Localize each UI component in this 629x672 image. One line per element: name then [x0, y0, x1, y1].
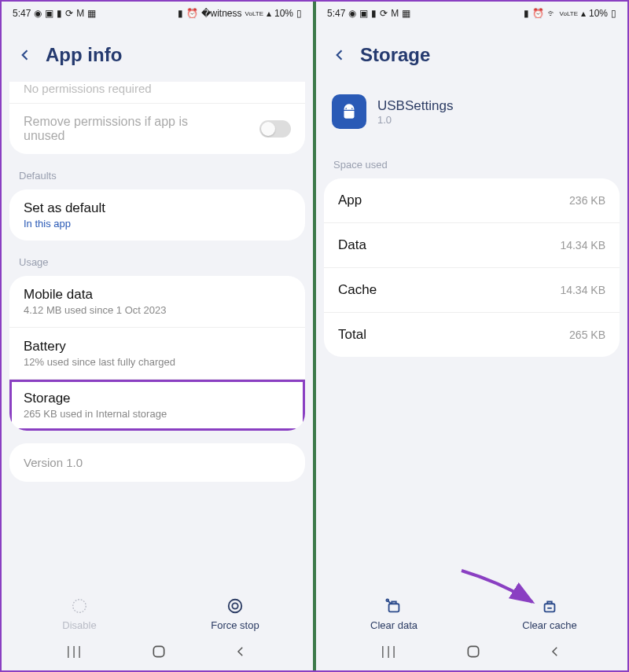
nav-bar: |||: [2, 637, 313, 670]
svg-rect-4: [389, 604, 399, 611]
app-name: USBSettings: [377, 98, 453, 114]
gallery-icon: ▦: [402, 8, 410, 19]
section-usage: Usage: [2, 253, 313, 276]
signal-icon: ▴: [581, 8, 586, 19]
app-row: USBSettings 1.0: [316, 82, 627, 137]
phone-left: 5:47 ◉ ▣ ▮ ⟳ M ▦ ▮ ⏰ �witness VoLTE ▴ 10…: [2, 2, 313, 670]
back-nav-icon[interactable]: [234, 644, 248, 659]
recents-icon[interactable]: |||: [67, 644, 83, 659]
version-card: Version 1.0: [9, 443, 305, 482]
nfc-icon: ▮: [178, 8, 183, 19]
svg-rect-7: [468, 646, 478, 656]
status-time: 5:47: [13, 8, 31, 19]
mobile-data-row[interactable]: Mobile data 4.12 MB used since 1 Oct 202…: [9, 276, 305, 328]
status-bar: 5:47 ◉ ▣ ▮ ⟳ M ▦ ▮ ⏰ ᯤ VoLTE ▴ 10% ▯: [316, 2, 627, 25]
svg-point-0: [73, 600, 86, 613]
back-nav-icon[interactable]: [548, 644, 562, 659]
clear-cache-button[interactable]: Clear cache: [472, 597, 627, 631]
battery-icon: ▯: [611, 8, 616, 19]
nav-bar: |||: [316, 637, 627, 670]
storage-data-row: Data 14.34 KB: [324, 223, 620, 268]
storage-row[interactable]: Storage 265 KB used in Internal storage: [9, 380, 305, 431]
svg-point-5: [386, 599, 388, 601]
storage-cache-row: Cache 14.34 KB: [324, 268, 620, 313]
svg-point-2: [232, 603, 237, 608]
volte-icon: VoLTE: [560, 10, 578, 17]
gallery-icon: ▦: [87, 8, 96, 19]
nfc-icon: ▮: [524, 8, 529, 19]
status-bar: 5:47 ◉ ▣ ▮ ⟳ M ▦ ▮ ⏰ �witness VoLTE ▴ 10…: [2, 2, 313, 25]
signal-icon: ▴: [267, 8, 271, 19]
back-icon[interactable]: [332, 47, 348, 63]
app-version: 1.0: [377, 114, 453, 126]
set-default-row[interactable]: Set as default In this app: [9, 189, 305, 241]
recents-icon[interactable]: |||: [381, 644, 398, 659]
notification-icon: ▣: [359, 8, 368, 19]
header: Storage: [316, 25, 627, 82]
storage-app-row: App 236 KB: [324, 178, 620, 223]
volte-icon: VoLTE: [245, 10, 263, 17]
wifi-icon: ᯤ: [547, 8, 557, 19]
clear-cache-icon: [541, 597, 558, 615]
gmail-icon: M: [76, 8, 84, 19]
notification-icon: ▣: [45, 8, 53, 19]
section-space-used: Space used: [316, 137, 627, 178]
page-title: Storage: [360, 44, 430, 66]
battery-pct: 10%: [589, 8, 608, 19]
force-stop-icon: [226, 597, 244, 615]
gmail-icon: M: [391, 8, 399, 19]
storage-total-row: Total 265 KB: [324, 313, 620, 357]
cloud-icon: ⟳: [380, 8, 388, 19]
back-icon[interactable]: [17, 47, 33, 63]
battery-row[interactable]: Battery 12% used since last fully charge…: [9, 328, 305, 380]
svg-point-1: [229, 600, 242, 613]
phone-right: 5:47 ◉ ▣ ▮ ⟳ M ▦ ▮ ⏰ ᯤ VoLTE ▴ 10% ▯ Sto…: [316, 2, 627, 670]
battery-icon: ▯: [296, 8, 302, 19]
battery-icon: ▮: [371, 8, 377, 19]
battery-pct: 10%: [274, 8, 293, 19]
alarm-icon: ⏰: [186, 8, 198, 19]
usage-card: Mobile data 4.12 MB used since 1 Oct 202…: [9, 276, 305, 431]
disable-button: Disable: [2, 597, 157, 631]
page-title: App info: [46, 44, 122, 66]
cloud-icon: ⟳: [65, 8, 73, 19]
disable-icon: [71, 597, 88, 615]
section-defaults: Defaults: [2, 167, 313, 189]
whatsapp-icon: ◉: [34, 8, 42, 19]
app-icon: [332, 94, 366, 129]
whatsapp-icon: ◉: [348, 8, 356, 19]
alarm-icon: ⏰: [532, 8, 544, 19]
clear-data-button[interactable]: Clear data: [316, 597, 472, 631]
home-icon[interactable]: [465, 644, 481, 659]
svg-rect-3: [153, 646, 164, 656]
battery-icon: ▮: [57, 8, 62, 19]
wifi-icon: �witness: [201, 8, 242, 19]
space-used-card: App 236 KB Data 14.34 KB Cache 14.34 KB …: [324, 178, 620, 357]
clear-data-icon: [385, 597, 403, 615]
force-stop-button[interactable]: Force stop: [157, 597, 313, 631]
no-permissions-text: No permissions required: [9, 82, 305, 104]
toggle-switch[interactable]: [259, 120, 291, 138]
bottom-actions: Disable Force stop: [2, 586, 313, 637]
header: App info: [2, 25, 313, 82]
home-icon[interactable]: [151, 644, 167, 659]
permissions-card: No permissions required Remove permissio…: [9, 82, 305, 154]
android-icon: [339, 101, 359, 122]
defaults-card: Set as default In this app: [9, 189, 305, 241]
remove-permissions-row[interactable]: Remove permissions if app is unused: [9, 104, 305, 154]
status-time: 5:47: [327, 8, 345, 19]
bottom-actions: Clear data Clear cache: [316, 586, 627, 637]
